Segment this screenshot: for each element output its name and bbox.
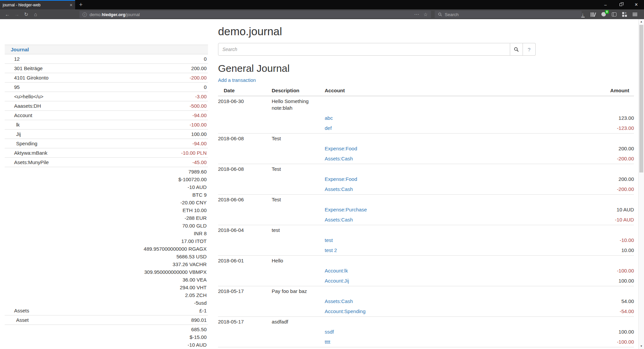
transaction-date: 2018-06-08 (218, 164, 272, 174)
window-close-button[interactable]: × (629, 0, 644, 9)
posting-account-link[interactable]: test 2 (325, 247, 337, 253)
balance-amount: 2.05 ZCH (144, 291, 207, 299)
scrollbar-thumb[interactable] (639, 25, 643, 172)
sidebar-account-link[interactable]: Spending (5, 140, 192, 147)
balance-amount: BTC 9 (144, 191, 207, 199)
balance-amount: 200.00 (191, 64, 207, 72)
account-balance: 100.00 (191, 130, 208, 138)
extension-icon[interactable]: 0 (598, 9, 609, 19)
reload-icon[interactable]: ↻ (21, 11, 31, 17)
downloads-icon[interactable]: ↓ (578, 9, 588, 19)
sidebar-account-link[interactable]: <u>hello</u> (5, 93, 195, 100)
scroll-down-icon[interactable]: ▼ (639, 344, 644, 349)
tab-bar: journal - hledger-web × + – × (0, 0, 644, 9)
account-balance: 0 (204, 83, 208, 91)
posting-amount: 200.00 (560, 174, 634, 184)
account-balance: 0 (204, 55, 208, 63)
browser-search-placeholder: Search (445, 12, 459, 17)
page-scrollbar[interactable]: ▲ ▼ (638, 19, 644, 349)
transaction-title-row: 2018-06-01 Hello (218, 256, 634, 266)
posting-account-link[interactable]: Expense:Food (325, 176, 357, 182)
window-restore-button[interactable] (613, 0, 629, 9)
balance-amount: -10 AUD (144, 183, 207, 191)
sidebar-account-link[interactable]: 95 (5, 83, 204, 91)
posting-account-link[interactable]: Expense:Food (325, 146, 357, 151)
home-icon[interactable]: ⌂ (31, 11, 40, 17)
transaction-description: asdfadf (272, 317, 325, 327)
help-button[interactable]: ? (523, 43, 536, 56)
transaction-date: 2018-06-06 (218, 195, 272, 205)
posting-row: tttt-100.00 (218, 337, 634, 347)
tab-close-icon[interactable]: × (70, 2, 72, 8)
posting-account-link[interactable]: test (325, 237, 333, 243)
browser-tab[interactable]: journal - hledger-web × (0, 0, 75, 9)
search-button[interactable] (510, 43, 523, 56)
new-tab-button[interactable]: + (76, 0, 86, 9)
page-content: Journal 12 0 301 Beiträge 200.00 4101 Gi… (0, 19, 644, 349)
window-minimize-button[interactable]: – (598, 0, 613, 9)
posting-account-link[interactable]: ssdf (325, 329, 334, 335)
account-balance: 7989.60$-100720.00-10 AUDBTC 9-20.00 CNY… (144, 168, 208, 314)
sidebar-account-row: Jij 100.00 (5, 129, 208, 139)
scroll-up-icon[interactable]: ▲ (639, 19, 644, 24)
posting-amount: -100.00 (560, 337, 634, 347)
page-actions-icon[interactable]: ⋯ (414, 11, 419, 17)
back-icon[interactable]: ← (3, 11, 12, 17)
balance-amount: -94.00 (192, 111, 207, 119)
sidebar-account-link[interactable]: Asets:MunyPile (5, 158, 192, 166)
forward-icon[interactable]: → (12, 11, 21, 17)
transaction: 2018-06-04 test test-10.00test 210.00 (218, 225, 634, 256)
toolbar-right-icons: ↓ 0 + (578, 9, 640, 19)
journal-search-input[interactable] (218, 43, 510, 56)
library-icon[interactable] (588, 9, 598, 19)
sidebar-account-link[interactable]: 12 (5, 55, 204, 63)
sidebar-account-link[interactable]: Aaasets:DH (5, 102, 190, 110)
sidebar-account-link[interactable]: Account (5, 111, 192, 119)
site-info-icon[interactable]: i (83, 12, 87, 17)
sidebar-account-link[interactable]: 4101 Girokonto (5, 74, 190, 82)
sidebar-account-link[interactable]: Assets (5, 307, 144, 314)
posting-account-link[interactable]: def (325, 125, 332, 131)
transaction-description: Hello Something note:blah (272, 96, 325, 113)
bookmark-star-icon[interactable]: ☆ (423, 12, 428, 17)
posting-account-link[interactable]: Account:Spending (325, 308, 366, 314)
posting-account-link[interactable]: Assets:Cash (325, 156, 353, 161)
sidebar-account-row: Asset 890.01 (5, 315, 208, 325)
sidebar-account-row: 12 0 (5, 54, 208, 63)
journal-search-group: ? (218, 43, 536, 56)
sidebar-account-link[interactable]: Aktywa:mBank (5, 149, 181, 157)
browser-search-bar[interactable]: Search (435, 11, 582, 18)
posting-account-link[interactable]: abc (325, 115, 333, 121)
account-balance: -10.00 PLN (181, 149, 208, 157)
search-icon (438, 12, 442, 16)
transaction-description: test (272, 225, 325, 236)
posting-account-link[interactable]: tttt (325, 339, 330, 345)
posting-amount: -10 AUD (560, 215, 634, 225)
add-transaction-link[interactable]: Add a transaction (218, 78, 256, 83)
sidebar-journal-link[interactable]: Journal (5, 46, 29, 53)
tab-title: journal - hledger-web (3, 3, 68, 7)
sidebar-account-link[interactable]: Asset (5, 316, 191, 324)
sidebar-toggle-icon[interactable] (609, 9, 619, 19)
posting-account-link[interactable]: Assets:Cash (325, 298, 353, 304)
url-bar[interactable]: i demo.hledger.org/journal ⋯ ☆ (79, 11, 431, 18)
menu-hamburger-icon[interactable] (630, 9, 640, 19)
sidebar-account-link[interactable]: 301 Beiträge (5, 64, 191, 72)
posting-account-link[interactable]: Assets:Cash (325, 186, 353, 192)
posting-account-link[interactable]: Expense:Purchase (325, 207, 367, 212)
transaction-title-row: 2018-06-04 test (218, 225, 634, 236)
transaction-description: Hello (272, 256, 325, 266)
posting-row: Expense:Food200.00 (218, 144, 634, 154)
sidebar-account-link[interactable]: Jij (5, 130, 191, 138)
posting-account-link[interactable]: Assets:Cash (325, 217, 353, 222)
posting-account-link[interactable]: Account:Jij (325, 278, 349, 284)
apps-grid-icon[interactable]: + (619, 9, 630, 19)
posting-account-link[interactable]: Account:lk (325, 268, 348, 273)
sidebar-account-row: Cash 685.50$-15.00-10 AUD-30.00 USD (5, 325, 208, 349)
balance-amount: 309.950000000000 VBMPX (144, 268, 207, 276)
header-account: Account (325, 86, 560, 96)
sidebar-journal-row: Journal (5, 45, 208, 54)
sidebar-account-link[interactable]: lk (5, 121, 190, 129)
balance-amount: 7989.60 (144, 168, 207, 176)
nav-buttons: ← → ↻ ⌂ (3, 9, 40, 19)
